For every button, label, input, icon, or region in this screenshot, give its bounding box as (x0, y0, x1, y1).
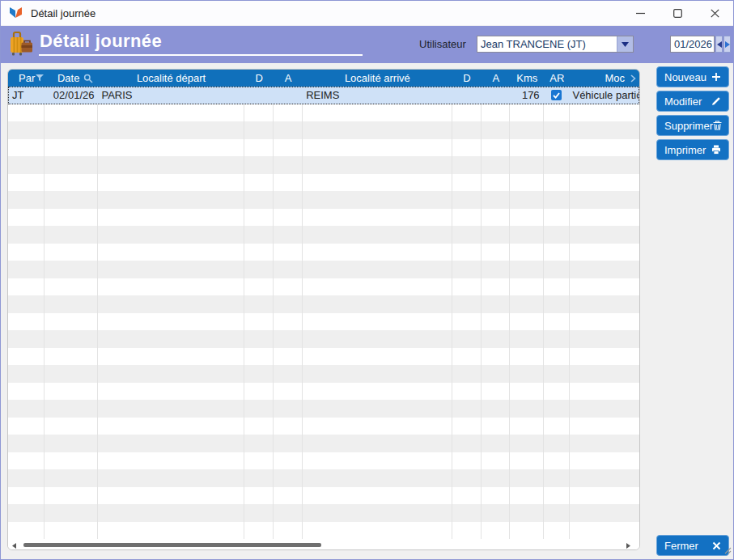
chevron-right-icon[interactable] (630, 74, 636, 83)
fermer-button[interactable]: Fermer (656, 535, 729, 556)
column-header-ar[interactable]: AR (544, 70, 570, 87)
cell-mode (570, 330, 639, 348)
cell-ar (544, 104, 570, 122)
column-header-localite-depart[interactable]: Localité départ (98, 70, 244, 87)
cell-par (8, 261, 45, 278)
cell-d1 (244, 504, 274, 522)
cell-ar (544, 261, 570, 278)
ar-checkbox[interactable] (551, 90, 562, 100)
cell-a1 (274, 87, 303, 104)
cell-localite-arrive (303, 435, 452, 452)
column-header-localite-arrive[interactable]: Localité arrivé (303, 70, 452, 87)
search-icon[interactable] (83, 74, 93, 83)
cell-localite-arrive (303, 244, 452, 261)
scroll-left-icon[interactable] (12, 543, 16, 549)
column-header-a2[interactable]: A (482, 70, 510, 87)
cell-mode (570, 261, 639, 278)
cell-kms (510, 383, 544, 401)
cell-a1 (274, 139, 303, 157)
cell-ar (544, 244, 570, 261)
cell-d1 (244, 383, 274, 401)
cell-a1 (274, 365, 303, 383)
minimize-button[interactable] (622, 1, 659, 25)
cell-kms (510, 452, 544, 470)
cell-kms (510, 191, 544, 209)
cell-date (45, 435, 98, 452)
cell-mode: Véhicule particulier (569, 87, 639, 104)
column-header-mode[interactable]: Moc (570, 70, 639, 87)
period-prev-button[interactable] (715, 36, 723, 53)
cell-a1 (274, 104, 303, 122)
resize-grip[interactable] (723, 543, 732, 558)
cell-date (45, 313, 98, 331)
cell-ar (544, 469, 570, 487)
cell-a2 (482, 487, 510, 505)
column-header-par[interactable]: Par (8, 70, 45, 87)
cell-mode (570, 452, 639, 470)
combo-dropdown-button[interactable] (617, 36, 633, 52)
cell-ar (544, 487, 570, 505)
period-field[interactable]: 01/2026 (670, 36, 715, 53)
filter-icon[interactable] (35, 74, 45, 83)
cell-kms (510, 348, 544, 366)
cell-mode (570, 418, 639, 435)
cell-mode (570, 139, 639, 157)
scroll-right-icon[interactable] (626, 543, 630, 549)
supprimer-button[interactable]: Supprimer (656, 115, 729, 136)
user-combobox[interactable]: Jean TRANCENE (JT) (477, 36, 634, 53)
cell-a1 (274, 469, 303, 487)
cell-localite-arrive (303, 278, 452, 296)
cell-localite-depart (98, 156, 245, 174)
cell-a2 (482, 191, 510, 209)
cell-a1 (274, 226, 303, 244)
cell-a2 (482, 121, 510, 139)
cell-d1 (244, 278, 274, 296)
cell-a1 (274, 330, 303, 348)
column-header-date[interactable]: Date (45, 70, 98, 87)
maximize-button[interactable] (659, 1, 696, 25)
table-row (8, 487, 639, 505)
imprimer-button[interactable]: Imprimer (656, 139, 729, 160)
column-header-d1[interactable]: D (244, 70, 274, 87)
cell-localite-depart (98, 244, 245, 261)
cell-date (45, 156, 98, 174)
cell-localite-depart (98, 504, 245, 522)
cell-ar (544, 383, 570, 401)
title-bar: Détail journée (1, 1, 733, 26)
cell-date (45, 295, 98, 313)
column-header-d2[interactable]: D (452, 70, 482, 87)
table-row (8, 174, 639, 192)
cell-date (45, 174, 98, 192)
cell-a2 (482, 174, 510, 192)
cell-d2 (452, 365, 482, 383)
nouveau-button[interactable]: Nouveau (656, 66, 729, 87)
cell-kms (510, 104, 544, 122)
column-header-a1[interactable]: A (274, 70, 303, 87)
cell-a2 (482, 383, 510, 401)
close-window-button[interactable] (696, 1, 733, 25)
horizontal-scrollbar[interactable] (8, 541, 639, 550)
table-row-selected[interactable]: JT02/01/26PARISREIMS176Véhicule particul… (8, 87, 639, 104)
scrollbar-thumb[interactable] (23, 543, 321, 547)
cell-localite-arrive (303, 418, 452, 435)
cell-localite-arrive (303, 209, 452, 227)
trips-table: ParDateLocalité départDALocalité arrivéD… (7, 69, 640, 550)
cell-localite-arrive (303, 121, 452, 139)
cell-par (8, 244, 45, 261)
column-header-kms[interactable]: Kms (510, 70, 544, 87)
cell-date (45, 400, 98, 418)
cell-localite-depart (98, 487, 245, 505)
cell-d1 (244, 400, 274, 418)
cell-a1 (274, 209, 303, 227)
cell-kms (510, 226, 544, 244)
cell-mode (570, 348, 639, 366)
cell-par (8, 487, 45, 505)
cell-localite-depart (98, 348, 245, 366)
cell-d2 (452, 522, 482, 540)
table-row (8, 295, 639, 313)
column-label: Localité départ (137, 72, 206, 84)
cell-a2 (482, 400, 510, 418)
period-next-button[interactable] (723, 36, 731, 53)
modifier-button[interactable]: Modifier (656, 91, 729, 112)
cell-ar (544, 191, 570, 209)
